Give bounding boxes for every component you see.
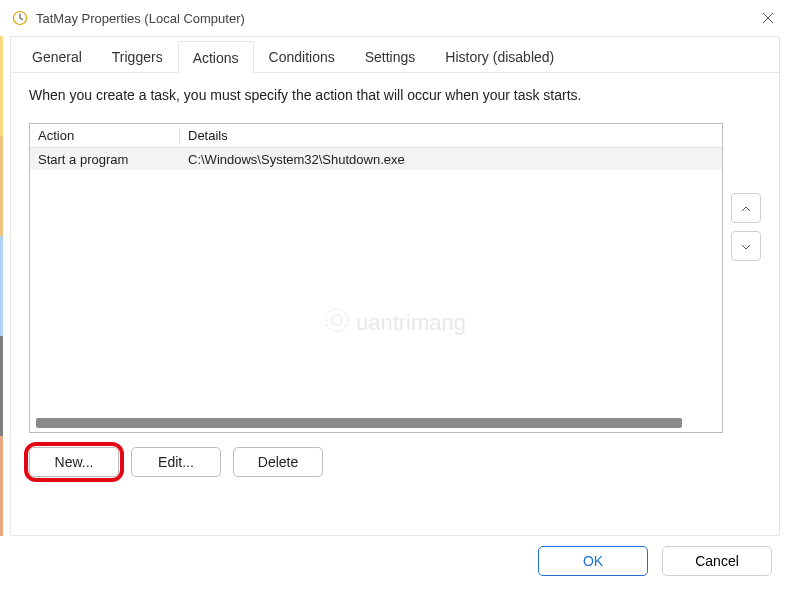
svg-point-2	[332, 315, 342, 325]
tab-triggers[interactable]: Triggers	[97, 40, 178, 72]
tab-settings[interactable]: Settings	[350, 40, 431, 72]
col-header-details[interactable]: Details	[180, 128, 722, 143]
tab-row: General Triggers Actions Conditions Sett…	[11, 37, 779, 73]
actions-description: When you create a task, you must specify…	[29, 87, 761, 103]
tab-general[interactable]: General	[17, 40, 97, 72]
dialog-frame: General Triggers Actions Conditions Sett…	[10, 36, 780, 536]
tab-conditions[interactable]: Conditions	[254, 40, 350, 72]
chevron-up-icon	[741, 199, 751, 217]
watermark: uantrimang	[324, 307, 466, 339]
action-buttons-row: New... Edit... Delete	[29, 447, 761, 477]
move-up-button[interactable]	[731, 193, 761, 223]
ok-button[interactable]: OK	[538, 546, 648, 576]
horizontal-scrollbar[interactable]	[36, 418, 682, 428]
move-down-button[interactable]	[731, 231, 761, 261]
row-details: C:\Windows\System32\Shutdown.exe	[180, 152, 722, 167]
tab-content: When you create a task, you must specify…	[11, 73, 779, 489]
watermark-icon	[324, 307, 350, 339]
tab-actions[interactable]: Actions	[178, 41, 254, 73]
svg-point-1	[326, 309, 348, 331]
col-header-action[interactable]: Action	[30, 128, 180, 143]
actions-list-row[interactable]: Start a program C:\Windows\System32\Shut…	[30, 148, 722, 170]
dialog-footer: OK Cancel	[0, 546, 790, 576]
window-title: TatMay Properties (Local Computer)	[36, 11, 756, 26]
actions-list-header: Action Details	[30, 124, 722, 148]
close-button[interactable]	[756, 6, 780, 30]
tab-history[interactable]: History (disabled)	[430, 40, 569, 72]
title-bar: TatMay Properties (Local Computer)	[0, 0, 790, 36]
row-action: Start a program	[30, 152, 180, 167]
cancel-button[interactable]: Cancel	[662, 546, 772, 576]
chevron-down-icon	[741, 237, 751, 255]
delete-button[interactable]: Delete	[233, 447, 323, 477]
actions-list[interactable]: Action Details Start a program C:\Window…	[29, 123, 723, 433]
new-button[interactable]: New...	[29, 447, 119, 477]
watermark-text: uantrimang	[356, 310, 466, 336]
edit-button[interactable]: Edit...	[131, 447, 221, 477]
clock-icon	[12, 10, 28, 26]
